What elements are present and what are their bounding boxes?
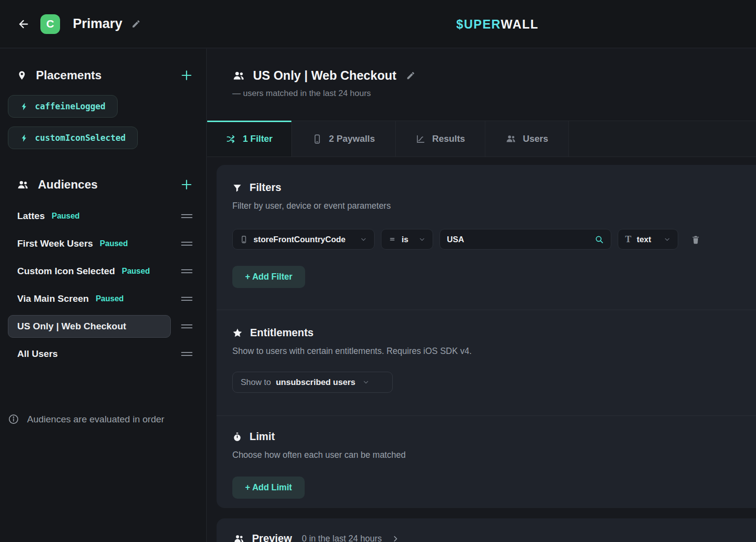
add-limit-button[interactable]: + Add Limit xyxy=(232,477,305,499)
tab-label: 1 Filter xyxy=(243,133,273,144)
equals-icon xyxy=(388,235,396,243)
tab-filter[interactable]: 1 Filter xyxy=(207,121,292,157)
audience-item-first-week-users[interactable]: First Week UsersPaused xyxy=(0,230,206,257)
device-icon xyxy=(240,235,248,244)
entitlements-title: Entitlements xyxy=(250,327,314,339)
tab-label: Users xyxy=(523,133,548,144)
audience-label: First Week Users xyxy=(17,238,93,249)
limit-title: Limit xyxy=(250,431,275,443)
placements-title: Placements xyxy=(36,68,101,82)
star-icon xyxy=(232,328,243,338)
add-placement-button[interactable] xyxy=(180,68,193,82)
search-icon[interactable] xyxy=(595,235,604,244)
placements-header: Placements xyxy=(0,68,206,82)
preview-subtitle: 0 in the last 24 hours xyxy=(302,534,381,542)
limit-section: Limit Choose how often each user can be … xyxy=(217,416,756,499)
filters-section: Filters Filter by user, device or event … xyxy=(217,165,756,288)
drag-handle-icon[interactable] xyxy=(181,292,192,306)
audiences-header: Audiences xyxy=(0,178,206,191)
preview-card: Preview 0 in the last 24 hours xyxy=(217,518,756,542)
top-bar: C Primary $UPERWALL xyxy=(0,0,756,48)
filters-title: Filters xyxy=(250,182,282,194)
drag-handle-icon[interactable] xyxy=(181,264,192,278)
limit-subtitle: Choose how often each user can be matche… xyxy=(232,450,748,460)
logo-teal-part: $UPER xyxy=(456,17,501,31)
sidebar: Placements caffeineLogged customIconSele… xyxy=(0,49,207,542)
plus-icon xyxy=(180,178,193,191)
audience-label: Custom Icon Selected xyxy=(17,266,115,277)
paused-badge: Paused xyxy=(52,212,80,221)
chevron-down-icon xyxy=(663,236,671,243)
users-icon xyxy=(232,69,245,82)
audience-item-custom-icon-selected[interactable]: Custom Icon SelectedPaused xyxy=(0,257,206,285)
audience-detail-subtitle: — users matched in the last 24 hours xyxy=(232,89,756,98)
show-to-label: Show to xyxy=(241,378,271,387)
phone-icon xyxy=(312,134,322,144)
add-filter-button[interactable]: + Add Filter xyxy=(232,266,305,288)
filter-type-value: text xyxy=(637,235,651,244)
chevron-down-icon xyxy=(362,379,370,386)
filter-row: storeFrontCountryCode is xyxy=(232,229,748,250)
logo-white-part: WALL xyxy=(501,17,538,31)
audiences-title: Audiences xyxy=(38,178,97,191)
audience-detail-header: US Only | Web Checkout — users matched i… xyxy=(207,49,756,98)
audience-item-via-main-screen[interactable]: Via Main ScreenPaused xyxy=(0,285,206,313)
entitlements-subtitle: Show to users with certain entitlements.… xyxy=(232,346,748,356)
tab-bar-filler xyxy=(569,121,756,157)
drag-handle-icon[interactable] xyxy=(181,237,192,251)
tab-results[interactable]: Results xyxy=(396,121,485,157)
app-title: Primary xyxy=(73,16,123,32)
trash-icon xyxy=(691,235,700,244)
pencil-icon xyxy=(406,71,415,80)
stopwatch-icon xyxy=(232,432,242,442)
entitlements-section: Entitlements Show to users with certain … xyxy=(217,310,756,393)
audience-settings-card: Filters Filter by user, device or event … xyxy=(217,165,756,508)
app-avatar[interactable]: C xyxy=(40,14,60,34)
placement-item-customiconselected[interactable]: customIconSelected xyxy=(8,127,138,149)
add-audience-button[interactable] xyxy=(180,178,193,191)
filter-operator-dropdown[interactable]: is xyxy=(381,229,433,250)
audience-label: All Users xyxy=(17,349,58,359)
edit-audience-name-button[interactable] xyxy=(406,71,415,80)
audience-item-us-only-web-checkout[interactable]: US Only | Web Checkout xyxy=(0,313,206,340)
show-to-dropdown[interactable]: Show to unsubscribed users xyxy=(232,372,393,393)
paused-badge: Paused xyxy=(95,294,124,303)
arrow-left-icon xyxy=(17,18,30,31)
superwall-logo: $UPERWALL xyxy=(456,17,538,31)
edit-title-button[interactable] xyxy=(131,19,141,29)
back-button[interactable] xyxy=(15,15,32,33)
location-pin-icon xyxy=(17,70,27,81)
main-panel: US Only | Web Checkout — users matched i… xyxy=(207,49,756,542)
preview-title: Preview xyxy=(252,533,292,542)
audience-order-note-text: Audiences are evaluated in order xyxy=(27,414,164,425)
audience-item-all-users[interactable]: All Users xyxy=(0,340,206,368)
drag-handle-icon[interactable] xyxy=(181,319,192,333)
preview-header[interactable]: Preview 0 in the last 24 hours xyxy=(217,518,756,542)
paused-badge: Paused xyxy=(100,239,128,248)
filter-type-dropdown[interactable]: T text xyxy=(618,229,678,250)
tab-users[interactable]: Users xyxy=(485,121,569,157)
superwall-dashboard: C Primary $UPERWALL Placements caffeineL xyxy=(0,0,756,542)
audience-item-lattes[interactable]: LattesPaused xyxy=(0,202,206,230)
placement-label: caffeineLogged xyxy=(35,101,105,111)
filter-value-input[interactable]: USA xyxy=(440,229,611,250)
filter-attribute-value: storeFrontCountryCode xyxy=(253,235,346,244)
placement-item-caffeinelogged[interactable]: caffeineLogged xyxy=(8,95,118,118)
filter-value-text: USA xyxy=(447,235,464,244)
delete-filter-button[interactable] xyxy=(691,235,700,244)
chart-icon xyxy=(415,134,426,144)
users-icon xyxy=(17,179,29,191)
chevron-down-icon xyxy=(360,236,367,243)
pencil-icon xyxy=(131,19,141,29)
filter-attribute-dropdown[interactable]: storeFrontCountryCode xyxy=(232,229,375,250)
audience-order-note: Audiences are evaluated in order xyxy=(8,414,164,425)
placement-list: caffeineLogged customIconSelected xyxy=(8,95,198,149)
filters-subtitle: Filter by user, device or event paramete… xyxy=(232,201,748,211)
tab-paywalls[interactable]: 2 Paywalls xyxy=(292,121,396,157)
drag-handle-icon[interactable] xyxy=(181,347,192,361)
info-icon xyxy=(8,414,19,425)
chevron-right-icon xyxy=(391,535,400,542)
drag-handle-icon[interactable] xyxy=(181,209,192,223)
audience-label: US Only | Web Checkout xyxy=(17,321,126,332)
tab-label: Results xyxy=(432,133,465,144)
